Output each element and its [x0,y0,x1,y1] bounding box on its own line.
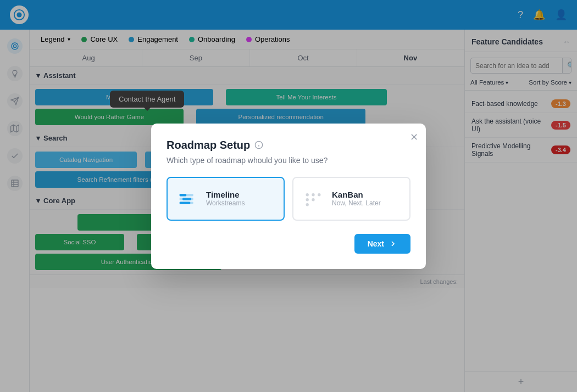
svg-point-26 [312,198,314,201]
svg-point-23 [312,193,314,196]
svg-rect-17 [180,194,187,197]
timeline-option-text: Timeline Workstreams [206,190,245,207]
modal-subtitle: Which type of roadmap whould you like to… [167,156,410,165]
modal-overlay[interactable]: Roadmap Setup Which type of roadmap whou… [0,0,577,392]
kanban-icon [302,188,324,210]
svg-point-22 [306,193,309,196]
timeline-icon [176,188,198,210]
svg-point-27 [306,203,309,206]
roadmap-setup-modal: Roadmap Setup Which type of roadmap whou… [151,124,426,269]
modal-close-btn[interactable]: ✕ [410,131,418,143]
svg-point-24 [318,193,320,196]
roadmap-option-kanban[interactable]: KanBan Now, Next, Later [292,177,410,221]
info-icon [254,141,263,149]
svg-rect-19 [182,198,191,200]
modal-footer: Next [167,234,410,254]
roadmap-options: Timeline Workstreams K [167,177,410,221]
svg-point-25 [306,198,309,201]
next-button[interactable]: Next [354,234,410,254]
roadmap-option-timeline[interactable]: Timeline Workstreams [167,177,285,221]
next-arrow-icon [389,239,397,248]
kanban-option-text: KanBan Now, Next, Later [332,190,381,207]
modal-title: Roadmap Setup [167,139,410,152]
svg-rect-21 [180,201,191,204]
